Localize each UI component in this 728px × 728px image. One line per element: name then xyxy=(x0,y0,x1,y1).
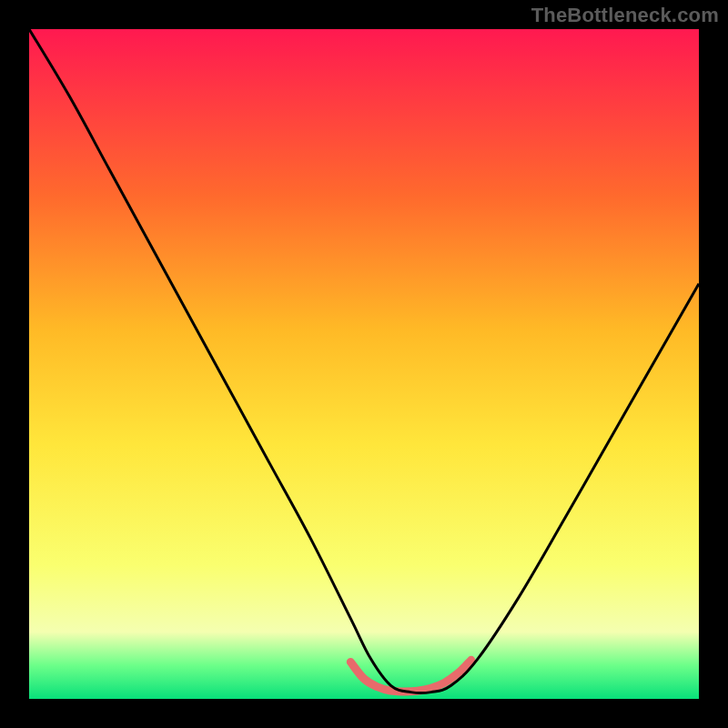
watermark-text: TheBottleneck.com xyxy=(531,4,719,27)
chart-svg xyxy=(29,29,699,699)
gradient-bg xyxy=(29,29,699,699)
plot-area xyxy=(29,29,699,699)
chart-frame: TheBottleneck.com xyxy=(0,0,728,728)
